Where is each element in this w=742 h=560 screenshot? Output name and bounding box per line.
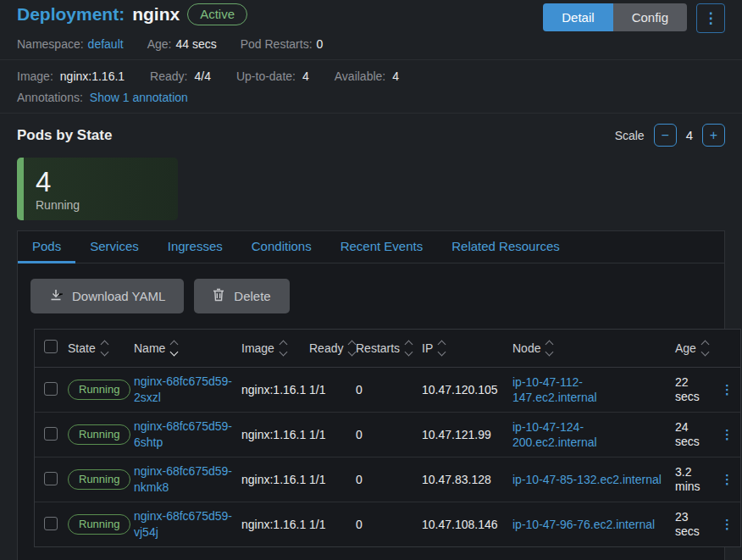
info-label: Available: — [335, 69, 385, 83]
row-state-cell: Running — [68, 514, 134, 535]
info-divider — [0, 113, 742, 114]
actions-menu-button[interactable]: ⋮ — [696, 3, 725, 33]
kebab-menu-icon: ⋮ — [721, 517, 734, 531]
tab-ingresses[interactable]: Ingresses — [153, 231, 237, 263]
pod-name-link[interactable]: nginx-68fc675d59-6shtp — [134, 419, 233, 451]
node-link[interactable]: ip-10-47-124-200.ec2.internal — [512, 420, 597, 449]
column-header-restarts[interactable]: Restarts — [356, 341, 422, 355]
row-checkbox[interactable] — [44, 517, 58, 530]
sort-icon — [702, 341, 708, 355]
info-label: Ready: — [150, 69, 187, 83]
info-item: Ready:4/4 — [150, 69, 211, 83]
info-item: Up-to-date:4 — [236, 69, 309, 83]
info-item: Available:4 — [335, 69, 399, 83]
tab-pods[interactable]: Pods — [18, 231, 75, 263]
show-annotations-link[interactable]: Show 1 annotation — [90, 91, 188, 104]
node-link[interactable]: ip-10-47-85-132.ec2.internal — [512, 473, 662, 486]
resource-meta: Namespace:defaultAge:44 secsPod Restarts… — [17, 37, 725, 51]
row-checkbox[interactable] — [44, 427, 58, 441]
delete-button[interactable]: Delete — [194, 279, 289, 313]
row-age-cell: 23 secs — [675, 510, 716, 539]
sort-down-caret-icon — [405, 348, 413, 357]
column-header-name[interactable]: Name — [134, 341, 241, 355]
pod-state-badge: Running — [68, 424, 130, 445]
pods-table-body: Runningnginx-68fc675d59-2sxzlnginx:1.16.… — [35, 368, 740, 546]
row-name-cell: nginx-68fc675d59-2sxzl — [134, 374, 241, 406]
delete-label: Delete — [234, 289, 270, 303]
row-ready-cell: 1/1 — [309, 518, 356, 531]
sort-icon — [102, 341, 108, 355]
column-header-state[interactable]: State — [68, 341, 134, 355]
sort-icon — [439, 341, 445, 355]
row-restarts-cell: 0 — [356, 428, 422, 441]
meta-label: Pod Restarts: — [241, 37, 313, 51]
row-name-cell: nginx-68fc675d59-6shtp — [134, 419, 241, 451]
node-link[interactable]: ip-10-47-112-147.ec2.internal — [512, 375, 597, 404]
pods-by-state-title: Pods by State — [17, 127, 112, 144]
info-value: nginx:1.16.1 — [60, 69, 125, 83]
row-image-cell: nginx:1.16.1 — [241, 428, 309, 441]
tab-services[interactable]: Services — [75, 231, 153, 263]
config-button[interactable]: Config — [613, 3, 687, 31]
download-yaml-button[interactable]: Download YAML — [30, 279, 184, 313]
column-header-node[interactable]: Node — [512, 341, 675, 355]
row-age-cell: 3.2 mins — [675, 465, 716, 494]
tab-bar: PodsServicesIngressesConditionsRecent Ev… — [18, 231, 724, 263]
select-all-checkbox[interactable] — [44, 340, 58, 353]
node-link[interactable]: ip-10-47-96-76.ec2.internal — [512, 518, 655, 531]
status-badge: Active — [187, 3, 247, 25]
info-value: 4 — [392, 69, 399, 83]
scale-up-button[interactable]: + — [702, 124, 725, 147]
row-image-cell: nginx:1.16.1 — [241, 383, 309, 396]
row-actions-menu-button[interactable]: ⋮ — [716, 428, 739, 441]
sort-icon — [406, 341, 412, 355]
resource-name: nginx — [132, 4, 180, 25]
column-header-label: IP — [422, 341, 433, 355]
row-actions-menu-button[interactable]: ⋮ — [716, 518, 739, 531]
scale-control: Scale − 4 + — [615, 124, 725, 147]
pod-state-badge: Running — [68, 514, 130, 535]
row-actions-menu-button[interactable]: ⋮ — [716, 383, 739, 396]
row-node-cell: ip-10-47-112-147.ec2.internal — [512, 374, 675, 405]
column-header-label: Image — [241, 341, 274, 355]
row-ip-cell: 10.47.120.105 — [422, 383, 512, 396]
row-checkbox[interactable] — [44, 472, 58, 485]
pod-name-link[interactable]: nginx-68fc675d59-2sxzl — [134, 374, 233, 406]
pod-name-link[interactable]: nginx-68fc675d59-vj54j — [134, 508, 233, 541]
column-header-ip[interactable]: IP — [422, 341, 512, 355]
scale-down-button[interactable]: − — [654, 124, 677, 147]
pods-table: StateNameImageReadyRestartsIPNodeAge Run… — [34, 329, 741, 547]
row-checkbox[interactable] — [44, 382, 58, 396]
row-name-cell: nginx-68fc675d59-vj54j — [134, 508, 241, 541]
sort-icon — [349, 341, 355, 355]
scale-value: 4 — [686, 128, 693, 142]
kebab-menu-icon: ⋮ — [704, 11, 718, 25]
column-header-ready[interactable]: Ready — [309, 341, 356, 355]
page-header: Deployment: nginx Active Detail Config ⋮… — [0, 0, 742, 51]
kebab-menu-icon: ⋮ — [721, 427, 734, 441]
row-select-cell — [44, 472, 68, 488]
sort-down-caret-icon — [279, 348, 287, 357]
table-toolbar: Download YAML Delete — [30, 279, 724, 313]
pod-name-link[interactable]: nginx-68fc675d59-nkmk8 — [134, 463, 233, 496]
column-header-age[interactable]: Age — [675, 341, 716, 355]
namespace-link[interactable]: default — [88, 37, 124, 51]
kebab-menu-icon: ⋮ — [721, 472, 734, 486]
meta-item: Age:44 secs — [147, 37, 217, 51]
meta-item: Namespace:default — [17, 37, 124, 51]
tab-conditions[interactable]: Conditions — [237, 231, 326, 263]
row-name-cell: nginx-68fc675d59-nkmk8 — [134, 463, 241, 496]
column-header-image[interactable]: Image — [241, 341, 309, 355]
row-node-cell: ip-10-47-96-76.ec2.internal — [512, 517, 675, 532]
meta-item: Pod Restarts:0 — [241, 37, 324, 51]
row-restarts-cell: 0 — [356, 473, 422, 486]
tab-recent-events[interactable]: Recent Events — [326, 231, 438, 263]
trash-icon — [213, 288, 224, 304]
row-state-cell: Running — [68, 469, 134, 490]
info-value: 4 — [302, 69, 309, 83]
detail-button[interactable]: Detail — [543, 3, 612, 31]
row-select-cell — [44, 517, 68, 533]
tab-related-resources[interactable]: Related Resources — [437, 231, 574, 263]
row-actions-menu-button[interactable]: ⋮ — [716, 473, 739, 486]
sort-icon — [546, 341, 552, 355]
